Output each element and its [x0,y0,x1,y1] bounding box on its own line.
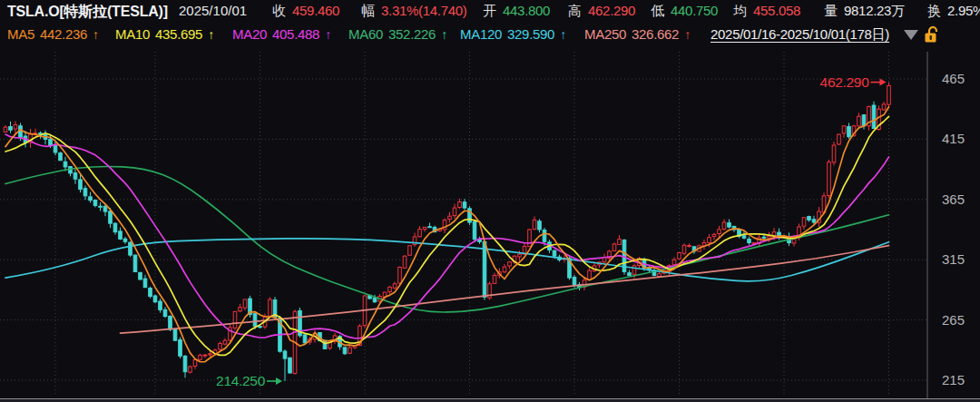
svg-text:365: 365 [942,191,965,207]
svg-text:265: 265 [942,312,965,328]
svg-text:214.250: 214.250 [216,373,266,388]
svg-text:462.290: 462.290 [820,74,870,90]
svg-text:465: 465 [942,71,965,86]
candlestick-chart[interactable]: 462.290214.250 465415365315265215 [0,0,980,402]
price-axis: 465415365315265215 [927,52,965,400]
stock-chart-window: TSLA.O[特斯拉(TESLA)] 2025/10/01 收 459.460 … [0,0,980,402]
price-annotations: 462.290214.250 [216,74,886,388]
svg-text:215: 215 [942,372,965,387]
ma-lines [5,107,889,362]
svg-text:415: 415 [942,131,965,146]
grid-lines [0,52,927,397]
pane-divider[interactable] [0,398,980,402]
svg-text:315: 315 [942,251,965,267]
